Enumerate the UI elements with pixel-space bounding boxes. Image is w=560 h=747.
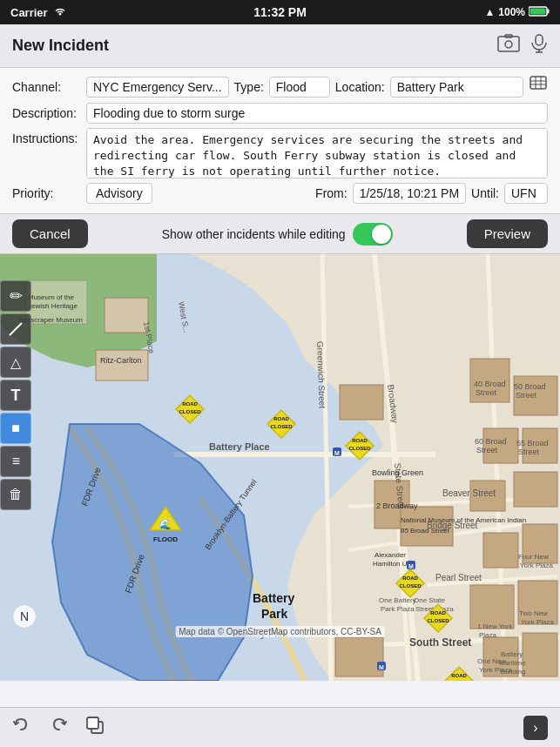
delete-tool-btn[interactable]: 🗑 (0, 479, 31, 510)
svg-text:Park Plaza: Park Plaza (381, 605, 415, 613)
incidents-toggle[interactable] (353, 223, 393, 246)
type-input[interactable]: Flood (269, 77, 330, 98)
description-input[interactable] (86, 103, 548, 124)
svg-text:ROAD: ROAD (273, 416, 289, 421)
description-label: Description: (12, 106, 86, 120)
svg-rect-27 (340, 385, 383, 420)
status-bar-left: Carrier (10, 6, 67, 19)
carrier-label: Carrier (10, 6, 48, 19)
svg-text:40 Broad: 40 Broad (474, 380, 506, 388)
undo-icon[interactable] (12, 716, 31, 739)
svg-rect-3 (498, 37, 519, 51)
compass: N (12, 604, 37, 629)
svg-rect-42 (335, 637, 383, 676)
left-toolbar: ✏ △ T ■ ≡ 🗑 (0, 280, 31, 510)
svg-text:ROAD: ROAD (182, 401, 198, 407)
type-label: Type: (234, 80, 264, 94)
svg-text:Building: Building (501, 668, 525, 676)
status-bar: Carrier 11:32 PM ▲ 100% (0, 0, 560, 24)
cancel-button[interactable]: Cancel (12, 219, 88, 248)
map-svg: Battery Park Battery Park Battery Place … (0, 254, 560, 681)
svg-text:Battery: Battery (253, 591, 294, 605)
svg-rect-44 (105, 298, 148, 333)
svg-text:Museum of the: Museum of the (28, 293, 74, 301)
svg-text:Battery: Battery (501, 650, 523, 658)
svg-text:ROAD: ROAD (430, 610, 446, 616)
status-time: 11:32 PM (253, 5, 307, 19)
svg-rect-6 (536, 35, 543, 45)
battery-percentage: 100% (498, 6, 525, 18)
until-label: Until: (471, 186, 499, 200)
line-tool-btn[interactable] (0, 313, 31, 345)
svg-text:York Plaza: York Plaza (521, 618, 555, 626)
svg-rect-1 (548, 9, 550, 13)
wifi-icon (53, 6, 67, 19)
svg-text:ROAD: ROAD (352, 438, 368, 443)
svg-rect-127 (87, 717, 98, 729)
location-label: Location: (335, 80, 385, 94)
map-container[interactable]: Battery Park Battery Park Battery Place … (0, 254, 560, 681)
svg-text:York Plaza: York Plaza (520, 562, 554, 569)
location-icon: ▲ (484, 6, 495, 18)
form-area: Channel: NYC Emergency Serv... Type: Flo… (0, 68, 560, 214)
svg-text:85 Broad Street: 85 Broad Street (401, 527, 450, 535)
svg-text:ROAD: ROAD (402, 575, 418, 581)
svg-text:Ritz-Carlton: Ritz-Carlton (100, 356, 142, 365)
svg-text:🌊: 🌊 (159, 518, 172, 530)
preview-button[interactable]: Preview (467, 219, 548, 248)
triangle-tool-btn[interactable]: △ (0, 347, 31, 378)
svg-text:Bowling Green: Bowling Green (372, 468, 423, 477)
svg-text:FLOOD: FLOOD (153, 535, 178, 543)
svg-point-4 (505, 41, 512, 48)
instructions-label: Instructions: (12, 128, 86, 145)
svg-text:Street: Street (476, 446, 498, 454)
photo-icon[interactable] (497, 34, 520, 58)
svg-text:Park: Park (261, 607, 288, 621)
form-row-description: Description: (12, 103, 548, 124)
from-input[interactable]: 1/25/18, 10:21 PM (353, 183, 466, 204)
list-tool-btn[interactable]: ≡ (0, 446, 31, 477)
nav-icons (497, 34, 548, 58)
svg-text:One State: One State (414, 596, 446, 604)
svg-rect-45 (96, 350, 148, 380)
channel-input[interactable]: NYC Emergency Serv... (86, 77, 229, 98)
location-input[interactable]: Battery Park (390, 77, 523, 98)
form-row-channel: Channel: NYC Emergency Serv... Type: Flo… (12, 75, 548, 98)
microphone-icon[interactable] (530, 34, 548, 58)
nav-bar: New Incident (0, 24, 560, 68)
from-label: From: (315, 186, 347, 200)
svg-text:M: M (334, 450, 340, 456)
form-row-priority: Priority: Advisory From: 1/25/18, 10:21 … (12, 183, 548, 204)
svg-line-125 (10, 323, 22, 335)
toggle-text: Show other incidents while editing (162, 227, 346, 241)
copy-icon[interactable] (85, 716, 105, 739)
text-tool-btn[interactable]: T (0, 380, 31, 411)
rectangle-tool-btn[interactable]: ■ (0, 413, 31, 444)
svg-text:South Street: South Street (409, 636, 471, 649)
pencil-tool-btn[interactable]: ✏ (0, 280, 31, 312)
priority-input[interactable]: Advisory (86, 183, 152, 204)
svg-text:CLOSED: CLOSED (399, 583, 422, 589)
map-pin-icon[interactable] (529, 75, 548, 98)
svg-text:1 New York: 1 New York (477, 622, 513, 630)
from-until-section: From: 1/25/18, 10:21 PM Until: UFN (152, 183, 548, 204)
channel-label: Channel: (12, 80, 86, 94)
page-title: New Incident (12, 37, 109, 55)
expand-panel-button[interactable]: › (523, 716, 548, 740)
svg-text:Street: Street (518, 448, 540, 456)
svg-text:National Museum of the America: National Museum of the American Indian (401, 516, 526, 524)
instructions-textarea[interactable]: Avoid the area. Emergency services are s… (86, 128, 548, 178)
until-input[interactable]: UFN (504, 183, 548, 204)
svg-rect-36 (483, 533, 518, 568)
svg-text:Battery Place: Battery Place (209, 441, 270, 452)
svg-text:Pearl Street: Pearl Street (435, 573, 482, 582)
svg-text:50 Broad: 50 Broad (514, 382, 546, 391)
svg-text:Street: Street (476, 388, 497, 397)
svg-text:55 Broad: 55 Broad (516, 439, 549, 448)
svg-text:M: M (379, 664, 384, 670)
svg-text:2 Broadway: 2 Broadway (376, 501, 418, 510)
form-row-instructions: Instructions: Avoid the area. Emergency … (12, 128, 548, 178)
status-bar-right: ▲ 100% (484, 6, 550, 19)
svg-text:M: M (408, 563, 414, 569)
redo-icon[interactable] (49, 716, 68, 739)
